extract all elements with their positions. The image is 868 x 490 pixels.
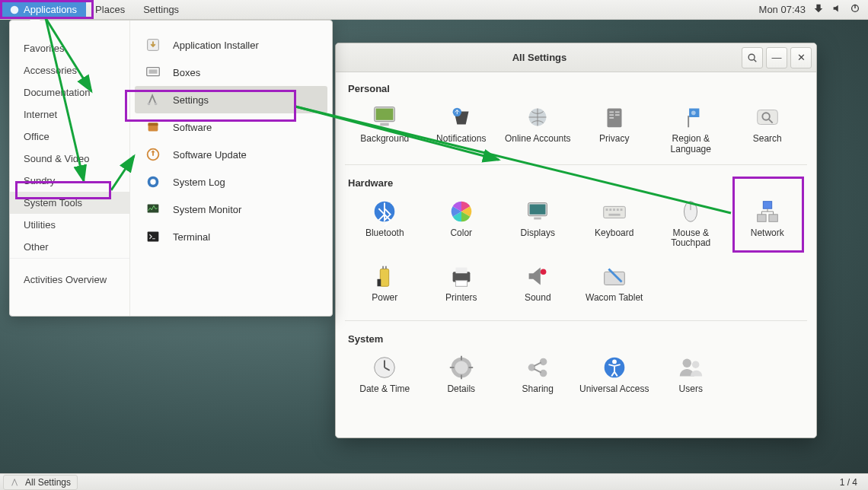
tile-privacy[interactable]: Privacy	[578, 97, 652, 161]
sound-icon	[522, 261, 553, 291]
tile-notifications[interactable]: Notifications	[425, 97, 499, 161]
svg-rect-30	[757, 110, 777, 125]
svg-rect-41	[617, 208, 619, 211]
cat-sound-video[interactable]: Sound & Video	[10, 148, 129, 170]
tile-sound[interactable]: Sound	[501, 256, 575, 317]
app-item-terminal[interactable]: Terminal	[135, 223, 327, 250]
top-panel: Applications Places Settings Mon 07:43	[0, 0, 868, 20]
svg-rect-50	[382, 266, 384, 269]
svg-rect-55	[455, 281, 467, 287]
activities-overview[interactable]: Activities Overview	[10, 258, 129, 302]
cat-accessories[interactable]: Accessories	[10, 59, 129, 81]
displays-icon	[522, 196, 553, 227]
cat-system-tools[interactable]: System Tools	[10, 192, 129, 214]
app-item-settings[interactable]: Settings	[135, 86, 327, 113]
svg-point-12	[150, 179, 155, 184]
task-all-settings[interactable]: All Settings	[3, 475, 78, 490]
cat-favorites[interactable]: Favorites	[10, 37, 129, 59]
cat-internet[interactable]: Internet	[10, 103, 129, 126]
notifications-icon	[446, 102, 477, 132]
cat-label: System Tools	[24, 197, 82, 208]
svg-rect-39	[609, 208, 611, 211]
tile-keyboard[interactable]: Keyboard	[578, 192, 652, 256]
cat-utilities[interactable]: Utilities	[10, 214, 129, 236]
menu-settings[interactable]: Settings	[134, 0, 188, 19]
svg-rect-5	[149, 69, 158, 74]
app-item-software-update[interactable]: Software Update	[135, 141, 327, 168]
app-item-label: System Monitor	[173, 204, 241, 215]
tile-background[interactable]: Background	[348, 97, 422, 161]
details-icon	[446, 352, 477, 383]
app-item-system-log[interactable]: System Log	[135, 168, 327, 196]
app-item-app-installer[interactable]: Application Installer	[135, 31, 327, 59]
network-icon	[752, 196, 783, 227]
tile-label: Privacy	[599, 134, 629, 145]
cat-label: Other	[24, 241, 49, 253]
installer-icon	[144, 36, 162, 54]
tile-details[interactable]: Details	[425, 348, 499, 409]
tile-online-accounts[interactable]: Online Accounts	[501, 97, 575, 161]
tile-region-language[interactable]: Region & Language	[654, 97, 728, 161]
svg-point-63	[455, 361, 468, 374]
settings-icon	[144, 91, 162, 109]
tile-power[interactable]: Power	[348, 256, 422, 317]
tile-search[interactable]: Search	[731, 97, 805, 161]
power-tray-icon[interactable]	[850, 3, 860, 16]
cat-label: Sound & Video	[24, 153, 90, 164]
menu-applications[interactable]: Applications	[0, 0, 86, 19]
tile-color[interactable]: Color	[425, 192, 499, 256]
tile-label: Search	[753, 134, 782, 145]
section-personal: Personal	[348, 75, 804, 97]
app-item-system-monitor[interactable]: System Monitor	[135, 196, 327, 223]
app-item-software[interactable]: Software	[135, 113, 327, 141]
svg-line-16	[754, 59, 756, 62]
tile-universal-access[interactable]: Universal Access	[578, 348, 652, 409]
svg-rect-24	[609, 114, 614, 116]
tile-mouse-touchpad[interactable]: Mouse & Touchpad	[654, 192, 728, 256]
close-button[interactable]: ✕	[790, 47, 812, 68]
tile-users[interactable]: Users	[654, 348, 728, 409]
network-tray-icon[interactable]	[813, 3, 824, 16]
tile-label: Users	[679, 384, 703, 395]
tile-network[interactable]: Network	[731, 192, 805, 256]
section-system: System	[348, 326, 804, 348]
svg-point-56	[541, 269, 547, 275]
tile-date-time[interactable]: Date & Time	[348, 348, 422, 409]
minimize-button[interactable]: —	[766, 47, 787, 68]
cat-office[interactable]: Office	[10, 126, 129, 148]
app-menu-items: Application Installer Boxes Settings Sof…	[130, 21, 332, 316]
system-tray: Mon 07:43	[759, 3, 868, 16]
menu-places[interactable]: Places	[86, 0, 134, 19]
svg-point-0	[11, 5, 19, 14]
svg-point-29	[691, 110, 696, 115]
applications-menu-popup: Favorites Accessories Documentation Inte…	[9, 20, 333, 317]
tile-label: Universal Access	[579, 384, 649, 395]
volume-tray-icon[interactable]	[831, 3, 842, 16]
update-icon	[144, 145, 162, 164]
tile-bluetooth[interactable]: Bluetooth	[348, 192, 422, 256]
svg-rect-23	[609, 111, 614, 113]
svg-rect-47	[757, 214, 765, 221]
privacy-icon	[599, 102, 630, 132]
search-button[interactable]	[742, 47, 763, 68]
search-tile-icon	[752, 102, 783, 132]
bottom-taskbar: All Settings 1 / 4	[0, 473, 868, 490]
workspace-pager[interactable]: 1 / 4	[832, 477, 865, 488]
cat-documentation[interactable]: Documentation	[10, 81, 129, 103]
titlebar[interactable]: All Settings — ✕	[336, 43, 816, 72]
tile-label: Details	[447, 384, 475, 395]
tile-wacom[interactable]: Wacom Tablet	[578, 256, 652, 317]
keyboard-icon	[599, 196, 630, 227]
svg-point-74	[692, 361, 700, 369]
tile-printers[interactable]: Printers	[425, 256, 499, 317]
cat-sundry[interactable]: Sundry	[10, 170, 129, 192]
cat-label: Favorites	[24, 43, 64, 54]
app-item-label: Boxes	[173, 67, 200, 78]
tile-label: Mouse & Touchpad	[656, 228, 726, 250]
tile-displays[interactable]: Displays	[501, 192, 575, 256]
cat-other[interactable]: Other	[10, 236, 129, 258]
tile-sharing[interactable]: Sharing	[501, 348, 575, 409]
app-item-label: Terminal	[173, 231, 210, 243]
log-icon	[144, 173, 162, 191]
app-item-boxes[interactable]: Boxes	[135, 59, 327, 86]
